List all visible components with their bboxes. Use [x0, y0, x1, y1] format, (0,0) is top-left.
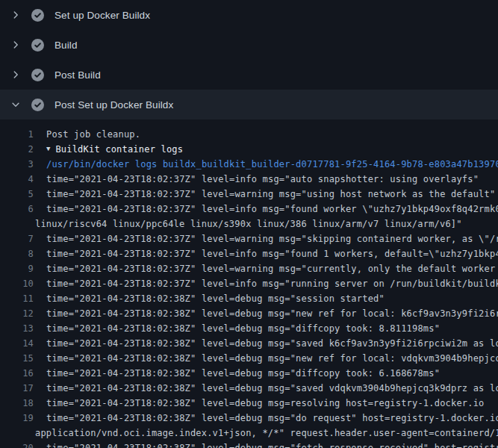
- log-line-text: time="2021-04-23T18:02:37Z" level=info m…: [34, 202, 498, 217]
- log-line-number[interactable]: 8: [0, 246, 34, 261]
- log-line-text: time="2021-04-23T18:02:37Z" level=warnin…: [34, 261, 498, 276]
- log-line: 16 ▼ time="2021-04-23T18:02:38Z" level=d…: [0, 366, 498, 381]
- log-line: 3 ▼ /usr/bin/docker logs buildx_buildkit…: [0, 157, 498, 172]
- log-line-number[interactable]: 5: [0, 187, 34, 202]
- step-title: Post Set up Docker Buildx: [55, 99, 173, 111]
- log-line: 10 ▼ time="2021-04-23T18:02:37Z" level=i…: [0, 276, 498, 291]
- log-line-text: time="2021-04-23T18:02:38Z" level=debug …: [34, 396, 498, 411]
- check-circle-icon: [31, 69, 44, 81]
- log-line-text: Post job cleanup.: [34, 127, 498, 142]
- log-line-text: BuildKit container logs: [50, 142, 498, 157]
- log-line-text: time="2021-04-23T18:02:37Z" level=info m…: [34, 246, 498, 261]
- step-title: Build: [55, 40, 78, 51]
- caret-down-icon: ▼: [34, 142, 50, 156]
- log-line-number[interactable]: 19: [0, 411, 34, 426]
- log-line-number[interactable]: 9: [0, 261, 34, 276]
- log-line: 18 ▼ time="2021-04-23T18:02:38Z" level=d…: [0, 396, 498, 411]
- log-line: 4 ▼ time="2021-04-23T18:02:37Z" level=in…: [0, 172, 498, 187]
- chevron-down-icon: [10, 99, 22, 111]
- log-line-number[interactable]: 4: [0, 172, 34, 187]
- log-line-text: time="2021-04-23T18:02:38Z" level=debug …: [34, 336, 498, 351]
- log-line[interactable]: 2 ▼ BuildKit container logs: [0, 142, 498, 157]
- chevron-right-icon: [10, 69, 22, 81]
- log-line-number[interactable]: 17: [0, 381, 34, 396]
- log-line: 19 ▼ time="2021-04-23T18:02:38Z" level=d…: [0, 411, 498, 426]
- log-line-number[interactable]: 16: [0, 366, 34, 381]
- log-line-text: time="2021-04-23T18:02:38Z" level=debug …: [34, 306, 498, 321]
- log-line-text: time="2021-04-23T18:02:38Z" level=debug …: [34, 411, 498, 426]
- log-line-number[interactable]: 20: [0, 441, 34, 448]
- log-line-text: linux/riscv64 linux/ppc64le linux/s390x …: [34, 217, 498, 231]
- log-line: 17 ▼ time="2021-04-23T18:02:38Z" level=d…: [0, 381, 498, 396]
- log-line-number[interactable]: 2: [0, 142, 34, 157]
- log-line-number[interactable]: 7: [0, 231, 34, 246]
- log-line-text: time="2021-04-23T18:02:37Z" level=info m…: [34, 172, 498, 187]
- log-line-text: time="2021-04-23T18:02:38Z" level=debug …: [34, 441, 498, 448]
- chevron-right-icon: [10, 39, 22, 51]
- log-line-text: time="2021-04-23T18:02:38Z" level=debug …: [34, 291, 498, 306]
- check-circle-icon: [31, 9, 44, 22]
- step-header-3[interactable]: Post Set up Docker Buildx: [0, 90, 498, 119]
- log-line: 14 ▼ time="2021-04-23T18:02:38Z" level=d…: [0, 336, 498, 351]
- log-container: 1 ▼ Post job cleanup. 2 ▼ BuildKit conta…: [0, 119, 498, 448]
- step-header-0[interactable]: Set up Docker Buildx: [0, 0, 498, 30]
- log-line-number[interactable]: 18: [0, 396, 34, 411]
- log-line-number[interactable]: 14: [0, 336, 34, 351]
- log-line: 20 ▼ time="2021-04-23T18:02:38Z" level=d…: [0, 441, 498, 448]
- log-line: 1 ▼ Post job cleanup.: [0, 127, 498, 142]
- log-line: 15 ▼ time="2021-04-23T18:02:38Z" level=d…: [0, 351, 498, 366]
- log-line-text: /usr/bin/docker logs buildx_buildkit_bui…: [34, 157, 498, 172]
- log-line-text: time="2021-04-23T18:02:38Z" level=debug …: [34, 366, 498, 381]
- chevron-right-icon: [10, 9, 22, 21]
- log-line-text: time="2021-04-23T18:02:37Z" level=warnin…: [34, 231, 498, 246]
- actions-log-viewer: Set up Docker Buildx Build: [0, 0, 498, 448]
- log-line: 11 ▼ time="2021-04-23T18:02:38Z" level=d…: [0, 291, 498, 306]
- log-line: 7 ▼ time="2021-04-23T18:02:37Z" level=wa…: [0, 231, 498, 246]
- log-line-number[interactable]: 12: [0, 306, 34, 321]
- log-line: 12 ▼ time="2021-04-23T18:02:38Z" level=d…: [0, 306, 498, 321]
- log-line: 5 ▼ time="2021-04-23T18:02:37Z" level=wa…: [0, 187, 498, 202]
- step-header-1[interactable]: Build: [0, 30, 498, 60]
- log-line-number[interactable]: 13: [0, 321, 34, 336]
- log-line: ▼ linux/riscv64 linux/ppc64le linux/s390…: [0, 217, 498, 231]
- check-circle-icon: [31, 99, 44, 111]
- log-line: 9 ▼ time="2021-04-23T18:02:37Z" level=wa…: [0, 261, 498, 276]
- log-line-text: time="2021-04-23T18:02:38Z" level=debug …: [34, 381, 498, 396]
- log-line-text: time="2021-04-23T18:02:38Z" level=debug …: [34, 321, 498, 336]
- check-circle-icon: [31, 39, 44, 52]
- step-header-2[interactable]: Post Build: [0, 60, 498, 90]
- log-line-number[interactable]: 11: [0, 291, 34, 306]
- log-line-text: application/vnd.oci.image.index.v1+json,…: [34, 426, 498, 441]
- log-line-text: time="2021-04-23T18:02:37Z" level=info m…: [34, 276, 498, 291]
- log-line-text: time="2021-04-23T18:02:37Z" level=warnin…: [34, 187, 498, 202]
- log-line-number[interactable]: 1: [0, 127, 34, 142]
- step-title: Set up Docker Buildx: [55, 10, 150, 21]
- log-line: 8 ▼ time="2021-04-23T18:02:37Z" level=in…: [0, 246, 498, 261]
- log-line-number[interactable]: 10: [0, 276, 34, 291]
- log-line-number[interactable]: 15: [0, 351, 34, 366]
- log-line-text: time="2021-04-23T18:02:38Z" level=debug …: [34, 351, 498, 366]
- step-list: Set up Docker Buildx Build: [0, 0, 498, 119]
- log-line: ▼ application/vnd.oci.image.index.v1+jso…: [0, 426, 498, 441]
- log-line-number[interactable]: 6: [0, 202, 34, 217]
- log-line-number[interactable]: 3: [0, 157, 34, 172]
- step-title: Post Build: [55, 69, 101, 81]
- log-line: 13 ▼ time="2021-04-23T18:02:38Z" level=d…: [0, 321, 498, 336]
- log-line: 6 ▼ time="2021-04-23T18:02:37Z" level=in…: [0, 202, 498, 217]
